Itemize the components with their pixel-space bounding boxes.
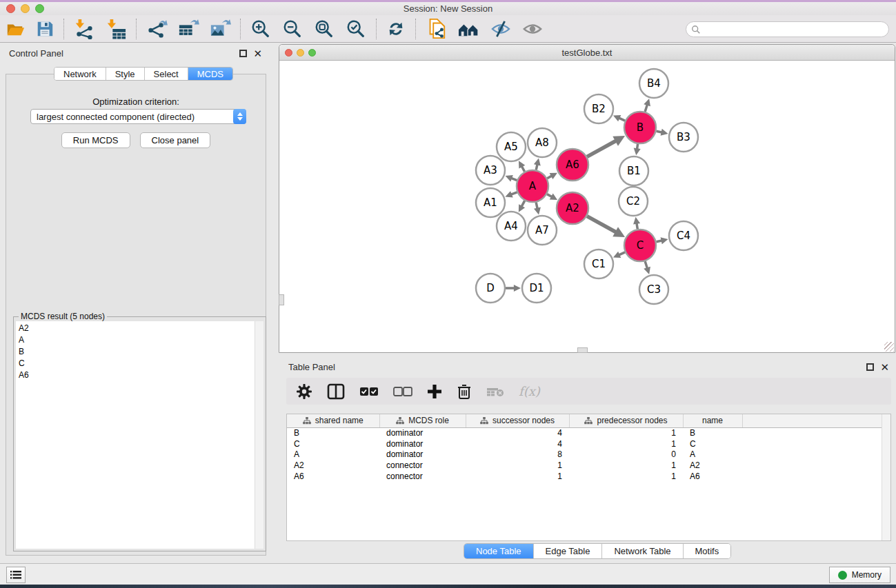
table-row[interactable]: A2connector11A2	[287, 460, 883, 471]
edge-A-A2[interactable]	[547, 194, 552, 197]
edge-C-C4[interactable]	[656, 241, 661, 242]
search-field[interactable]	[686, 21, 889, 37]
tab-edge-table[interactable]: Edge Table	[534, 544, 603, 558]
mcds-result-item[interactable]: C	[19, 358, 255, 369]
column-header-shared-name[interactable]: shared name	[287, 414, 379, 427]
delete-table-icon[interactable]	[486, 385, 504, 398]
mcds-result-item[interactable]: A6	[19, 369, 255, 381]
edge-A-A5[interactable]	[521, 166, 524, 172]
first-neighbors-icon[interactable]	[452, 17, 485, 41]
create-column-plus-icon[interactable]	[427, 384, 442, 399]
edge-C-C3[interactable]	[645, 261, 647, 268]
import-network-icon[interactable]	[68, 17, 100, 41]
tab-mcds[interactable]: MCDS	[188, 68, 232, 80]
edge-B-B1[interactable]	[637, 144, 638, 149]
float-panel-icon[interactable]	[239, 50, 247, 57]
save-session-icon[interactable]	[30, 17, 59, 41]
export-image-icon[interactable]	[204, 17, 236, 41]
open-session-icon[interactable]	[0, 17, 30, 41]
graph-node-A4[interactable]: A4	[497, 212, 526, 241]
edge-A-A8[interactable]	[536, 164, 537, 170]
graph-node-A5[interactable]: A5	[497, 132, 526, 161]
table-row[interactable]: Cdominator41C	[287, 438, 883, 449]
tab-select[interactable]: Select	[145, 68, 188, 80]
dropdown-stepper-icon[interactable]	[233, 109, 246, 124]
show-all-icon[interactable]	[517, 17, 548, 41]
table-close-panel-icon[interactable]: ✕	[880, 363, 889, 371]
show-columns-icon[interactable]	[327, 383, 345, 400]
run-mcds-button[interactable]: Run MCDS	[61, 132, 130, 148]
network-canvas[interactable]: B4B2BB3A5A8A6B1A3AC2A1A2A4A7C4CC1C3DD1	[279, 61, 895, 352]
table-row[interactable]: A6connector11A6	[287, 471, 883, 482]
edge-A6-B[interactable]	[587, 141, 616, 156]
edge-A-A1[interactable]	[511, 192, 517, 194]
deselect-all-columns-icon[interactable]	[393, 385, 412, 398]
edge-B-B4[interactable]	[645, 105, 647, 112]
new-network-from-selection-icon[interactable]	[420, 17, 452, 41]
edge-A-A3[interactable]	[511, 178, 517, 180]
column-header-name[interactable]: name	[683, 414, 742, 427]
column-header-MCDS-role[interactable]: MCDS role	[379, 414, 466, 427]
graph-node-D1[interactable]: D1	[522, 274, 551, 303]
tab-style[interactable]: Style	[106, 68, 145, 80]
graph-node-A2[interactable]: A2	[557, 192, 588, 224]
tab-network-table[interactable]: Network Table	[602, 544, 683, 558]
edge-A-A6[interactable]	[547, 176, 552, 179]
graph-node-C3[interactable]: C3	[639, 275, 668, 304]
table-scrollbar[interactable]	[882, 414, 890, 540]
graph-node-C[interactable]: C	[624, 230, 656, 261]
zoom-fit-icon[interactable]	[308, 17, 340, 41]
graph-node-B3[interactable]: B3	[669, 123, 698, 152]
network-graph[interactable]: B4B2BB3A5A8A6B1A3AC2A1A2A4A7C4CC1C3DD1	[279, 61, 895, 352]
zoom-out-icon[interactable]	[277, 17, 308, 41]
import-table-icon[interactable]	[100, 17, 132, 41]
tab-node-table[interactable]: Node Table	[464, 544, 534, 558]
table-settings-gear-icon[interactable]	[296, 383, 312, 400]
graph-node-A3[interactable]: A3	[476, 156, 505, 185]
column-header-successor-nodes[interactable]: successor nodes	[466, 414, 569, 427]
tab-network[interactable]: Network	[54, 68, 106, 80]
network-window-titlebar[interactable]: testGlobe.txt	[279, 45, 895, 61]
edge-A2-C[interactable]	[587, 216, 616, 232]
graph-node-B4[interactable]: B4	[639, 69, 668, 98]
mcds-result-item[interactable]: A	[19, 334, 255, 346]
close-panel-icon[interactable]: ✕	[253, 50, 262, 57]
mcds-result-item[interactable]: B	[19, 346, 255, 358]
delete-column-trash-icon[interactable]	[457, 383, 472, 400]
graph-node-C2[interactable]: C2	[619, 187, 648, 216]
graph-node-A8[interactable]: A8	[528, 128, 557, 157]
export-network-icon[interactable]	[141, 17, 172, 41]
select-all-columns-icon[interactable]	[359, 385, 379, 398]
zoom-in-icon[interactable]	[245, 17, 277, 41]
edge-B-B3[interactable]	[656, 131, 661, 132]
refresh-icon[interactable]	[381, 17, 411, 41]
birdseye-handle-bottom[interactable]	[577, 347, 588, 353]
graph-node-B[interactable]: B	[624, 112, 656, 143]
graph-node-A7[interactable]: A7	[528, 216, 557, 245]
edge-A-A7[interactable]	[536, 202, 537, 208]
mcds-result-list[interactable]: A2ABCA6	[16, 321, 255, 549]
table-row[interactable]: Bdominator41B	[287, 427, 883, 438]
table-row[interactable]: Adominator80A	[287, 449, 883, 460]
column-header-predecessor-nodes[interactable]: predecessor nodes	[569, 414, 683, 427]
graph-node-C1[interactable]: C1	[584, 250, 613, 278]
table-float-panel-icon[interactable]	[866, 363, 874, 371]
hide-selected-icon[interactable]	[485, 17, 517, 41]
memory-button[interactable]: Memory	[829, 567, 890, 583]
edge-A-A4[interactable]	[521, 201, 525, 206]
zoom-selected-icon[interactable]	[340, 17, 372, 41]
search-input[interactable]	[701, 22, 888, 37]
graph-node-A1[interactable]: A1	[476, 188, 505, 217]
optimization-criterion-dropdown[interactable]: largest connected component (directed)	[30, 109, 246, 124]
result-list-scrollbar[interactable]	[255, 321, 263, 549]
export-table-icon[interactable]	[172, 17, 204, 41]
graph-node-A[interactable]: A	[517, 170, 548, 202]
graph-node-D[interactable]: D	[476, 274, 505, 303]
graph-node-A6[interactable]: A6	[557, 149, 588, 181]
birdseye-handle-left[interactable]	[279, 294, 284, 305]
edge-C-C1[interactable]	[619, 252, 625, 255]
graph-node-B2[interactable]: B2	[584, 94, 613, 123]
edge-B-B2[interactable]	[619, 118, 625, 121]
task-history-button[interactable]	[6, 567, 26, 583]
mcds-result-item[interactable]: A2	[19, 323, 255, 334]
